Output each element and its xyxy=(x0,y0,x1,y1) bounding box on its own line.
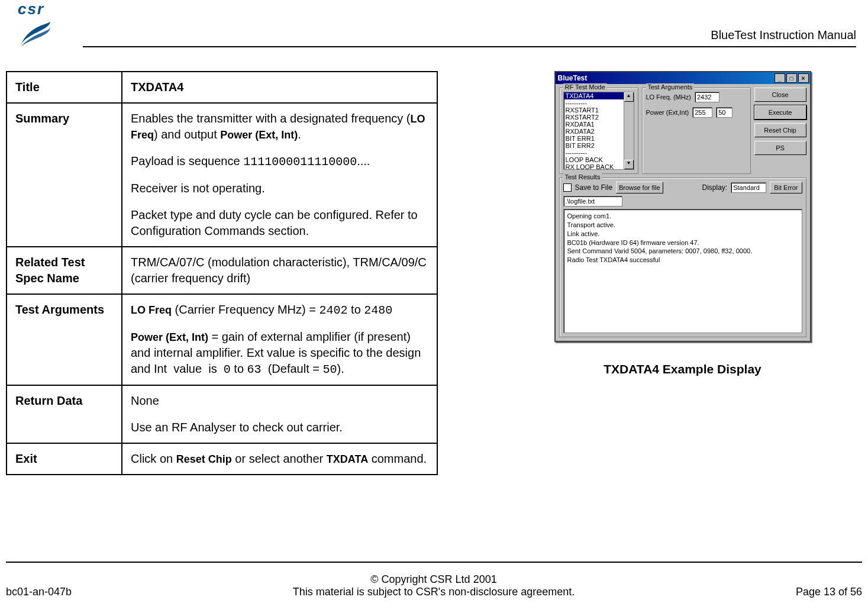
test-arguments-legend: Test Arguments xyxy=(646,83,695,91)
header-divider xyxy=(83,46,856,47)
action-button-column: Close Execute Reset Chip PS xyxy=(754,88,806,174)
rf-test-mode-legend: RF Test Mode xyxy=(563,83,607,91)
test-results-legend: Test Results xyxy=(563,173,602,180)
execute-button[interactable]: Execute xyxy=(754,105,806,120)
lofreq-label: LO Freq. (MHz) xyxy=(646,93,691,101)
save-to-file-label: Save to File xyxy=(575,183,612,192)
list-item[interactable]: RXSTART2 xyxy=(564,114,624,121)
table-key: Exit xyxy=(7,443,122,475)
logo: csr xyxy=(18,0,77,47)
footer-copyright: © Copyright CSR Ltd 2001 xyxy=(72,573,796,586)
list-item[interactable]: BIT ERR1 xyxy=(564,135,624,142)
table-row: ExitClick on Reset Chip or select anothe… xyxy=(7,443,437,475)
close-button[interactable]: Close xyxy=(754,88,806,102)
window-buttons: _ □ × xyxy=(775,73,809,83)
list-item[interactable]: RXDATA2 xyxy=(564,128,624,135)
table-row: SummaryEnables the transmitter with a de… xyxy=(7,103,437,247)
logo-swoosh-icon xyxy=(18,18,53,48)
table-key: Related Test Spec Name xyxy=(7,247,122,294)
display-select[interactable] xyxy=(731,182,766,193)
rf-test-mode-group: RF Test Mode TXDATA4----------RXSTART1RX… xyxy=(559,88,638,174)
footer-center: © Copyright CSR Ltd 2001 This material i… xyxy=(72,573,796,598)
dialog-title: BlueTest xyxy=(558,74,588,82)
bluetest-dialog: BlueTest _ □ × RF Test Mode TXDATA4-----… xyxy=(554,71,811,342)
logo-text: csr xyxy=(18,0,44,18)
ps-button[interactable]: PS xyxy=(754,141,806,155)
bit-error-button[interactable]: Bit Error xyxy=(770,182,802,193)
table-row: Related Test Spec NameTRM/CA/07/C (modul… xyxy=(7,247,437,294)
listbox-scrollbar[interactable]: ▲ ▼ xyxy=(624,92,634,169)
page-header: csr BlueTest Instruction Manual xyxy=(12,0,856,53)
lofreq-input[interactable] xyxy=(695,92,719,102)
footer-left: bc01-an-047b xyxy=(6,586,72,598)
power-ext-input[interactable] xyxy=(692,107,712,118)
maximize-button[interactable]: □ xyxy=(786,73,797,83)
reset-chip-button[interactable]: Reset Chip xyxy=(754,123,806,137)
test-results-group: Test Results Save to File Browse for fil… xyxy=(559,178,806,337)
save-to-file-checkbox[interactable] xyxy=(563,183,572,192)
table-value: Click on Reset Chip or select another TX… xyxy=(122,443,437,475)
list-item[interactable]: TXDATA4 xyxy=(564,92,624,99)
list-item[interactable]: RX LOOP BACK xyxy=(564,163,624,170)
description-table: TitleTXDATA4SummaryEnables the transmitt… xyxy=(6,71,438,475)
close-window-button[interactable]: × xyxy=(798,73,809,83)
description-column: TitleTXDATA4SummaryEnables the transmitt… xyxy=(6,71,438,475)
power-int-input[interactable] xyxy=(716,107,733,118)
content: TitleTXDATA4SummaryEnables the transmitt… xyxy=(6,71,862,475)
table-value: TXDATA4 xyxy=(122,72,437,103)
list-item[interactable]: RXDATA1 xyxy=(564,121,624,128)
table-row: Test ArgumentsLO Freq (Carrier Frequency… xyxy=(7,294,437,385)
test-arguments-group: Test Arguments LO Freq. (MHz) Power (Ext… xyxy=(642,88,751,174)
table-key: Test Arguments xyxy=(7,294,122,385)
display-label: Display: xyxy=(702,183,727,192)
footer-nda: This material is subject to CSR's non-di… xyxy=(72,586,796,598)
browse-button[interactable]: Browse for file xyxy=(616,182,663,193)
list-item[interactable]: RXSTART1 xyxy=(564,107,624,114)
table-value: LO Freq (Carrier Frequency MHz) = 2402 t… xyxy=(122,294,437,385)
table-row: TitleTXDATA4 xyxy=(7,72,437,103)
footer-right: Page 13 of 56 xyxy=(796,586,862,598)
power-label: Power (Ext,Int) xyxy=(646,109,689,116)
results-log: Opening com1. Transport active. Link act… xyxy=(563,209,802,333)
figure-caption: TXDATA4 Example Display xyxy=(604,362,761,376)
table-value: TRM/CA/07/C (modulation characteristic),… xyxy=(122,247,437,294)
table-key: Summary xyxy=(7,103,122,247)
document-title: BlueTest Instruction Manual xyxy=(711,28,856,42)
table-value: Enables the transmitter with a designate… xyxy=(122,103,437,247)
list-item[interactable]: ---------- xyxy=(564,149,624,156)
rf-test-mode-listbox[interactable]: TXDATA4----------RXSTART1RXSTART2RXDATA1… xyxy=(563,92,634,170)
table-row: Return DataNoneUse an RF Analyser to che… xyxy=(7,385,437,443)
logfile-path-input[interactable] xyxy=(563,196,622,207)
example-column: BlueTest _ □ × RF Test Mode TXDATA4-----… xyxy=(503,71,862,475)
table-key: Return Data xyxy=(7,385,122,443)
minimize-button[interactable]: _ xyxy=(775,73,785,83)
list-item[interactable]: LOOP BACK xyxy=(564,156,624,163)
footer-divider xyxy=(6,562,862,563)
list-item[interactable]: BIT ERR2 xyxy=(564,142,624,149)
table-value: NoneUse an RF Analyser to check out carr… xyxy=(122,385,437,443)
list-item[interactable]: ---------- xyxy=(564,99,624,107)
dialog-titlebar: BlueTest _ □ × xyxy=(556,72,810,84)
page: csr BlueTest Instruction Manual TitleTXD… xyxy=(0,0,868,616)
scroll-down-icon[interactable]: ▼ xyxy=(624,160,634,169)
table-key: Title xyxy=(7,72,122,103)
page-footer: bc01-an-047b © Copyright CSR Ltd 2001 Th… xyxy=(6,573,862,598)
scroll-up-icon[interactable]: ▲ xyxy=(624,92,634,102)
dialog-body: RF Test Mode TXDATA4----------RXSTART1RX… xyxy=(556,84,810,341)
